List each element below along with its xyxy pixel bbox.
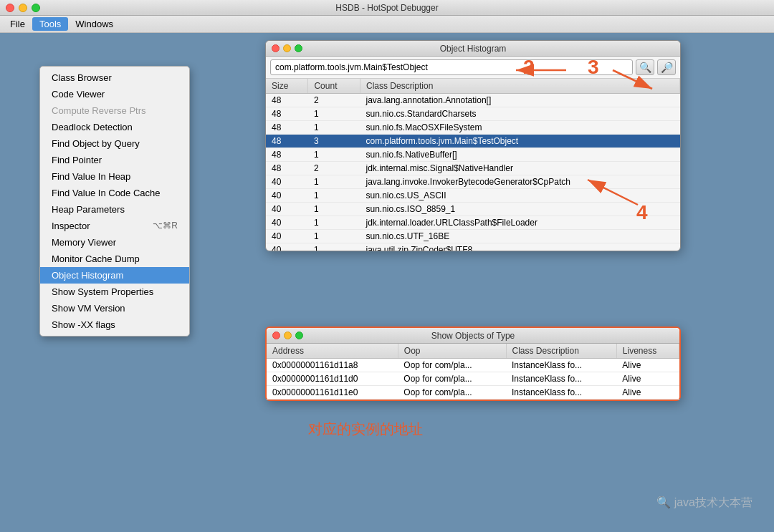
histogram-search-input[interactable] xyxy=(270,59,633,75)
menu-monitor-cache[interactable]: Monitor Cache Dump xyxy=(40,251,189,267)
cell-class: java.util.zip.ZipCoder$UTF8 xyxy=(360,243,679,251)
cell-size: 40 xyxy=(266,230,308,243)
menu-find-object[interactable]: Find Object by Query xyxy=(40,135,189,152)
col-class: Class Description xyxy=(360,79,679,94)
menu-file[interactable]: File xyxy=(3,17,32,31)
annotation-4: 4 xyxy=(636,201,648,224)
histogram-title: Object Histogram xyxy=(440,44,507,54)
annotation-3: 3 xyxy=(588,56,599,79)
menu-code-viewer[interactable]: Code Viewer xyxy=(40,86,189,102)
menu-show-system-props[interactable]: Show System Properties xyxy=(40,284,189,300)
objects-title-bar: Show Objects of Type xyxy=(267,328,679,344)
menu-find-value-code[interactable]: Find Value In Code Cache xyxy=(40,185,189,201)
cell-class: sun.nio.cs.StandardCharsets xyxy=(360,107,679,121)
search-button[interactable]: 🔍 xyxy=(636,59,654,75)
histogram-row[interactable]: 40 1 jdk.internal.loader.URLClassPath$Fi… xyxy=(266,216,680,230)
histogram-row[interactable]: 40 1 java.util.zip.ZipCoder$UTF8 xyxy=(266,243,680,251)
cell-class: com.platform.tools.jvm.Main$TestObject xyxy=(360,135,679,148)
zoom-button[interactable]: 🔎 xyxy=(657,59,676,75)
objects-table-container: Address Oop Class Description Liveness 0… xyxy=(267,344,679,400)
cell-class: sun.nio.fs.NativeBuffer[] xyxy=(360,148,679,162)
col-count: Count xyxy=(308,79,360,94)
objects-table: Address Oop Class Description Liveness 0… xyxy=(267,344,679,400)
app-title: HSDB - HotSpot Debugger xyxy=(335,3,438,13)
cell-liveness: Alive xyxy=(616,359,679,372)
cell-count: 1 xyxy=(308,216,360,230)
cell-size: 40 xyxy=(266,203,308,216)
cell-count: 2 xyxy=(308,94,360,107)
histogram-row[interactable]: 48 1 sun.nio.fs.MacOSXFileSystem xyxy=(266,121,680,135)
cell-class: java.lang.invoke.InvokerBytecodeGenerato… xyxy=(360,175,679,189)
menu-windows[interactable]: Windows xyxy=(68,17,120,31)
col-oop: Oop xyxy=(398,344,506,359)
histogram-row[interactable]: 40 1 java.lang.invoke.InvokerBytecodeGen… xyxy=(266,175,680,189)
menu-deadlock-detection[interactable]: Deadlock Detection xyxy=(40,119,189,135)
menu-heap-params[interactable]: Heap Parameters xyxy=(40,201,189,218)
col-class-desc: Class Description xyxy=(506,344,616,359)
histogram-table-scroll[interactable]: Size Count Class Description 48 2 java.l… xyxy=(266,79,680,251)
cell-count: 1 xyxy=(308,107,360,121)
title-bar: HSDB - HotSpot Debugger xyxy=(0,0,774,16)
menu-class-browser[interactable]: Class Browser xyxy=(40,69,189,86)
menu-find-value-heap[interactable]: Find Value In Heap xyxy=(40,168,189,185)
cell-size: 48 xyxy=(266,107,308,121)
cell-address: 0x00000001161d11e0 xyxy=(267,386,398,400)
cell-address: 0x00000001161d11d0 xyxy=(267,372,398,386)
cell-size: 48 xyxy=(266,121,308,135)
watermark: 🔍 java技术大本营 xyxy=(656,495,752,511)
menu-object-histogram[interactable]: Object Histogram xyxy=(40,267,189,284)
menu-show-vm-version[interactable]: Show VM Version xyxy=(40,300,189,316)
histogram-title-bar: Object Histogram xyxy=(266,41,680,57)
histogram-row[interactable]: 48 1 sun.nio.cs.StandardCharsets xyxy=(266,107,680,121)
histogram-table: Size Count Class Description 48 2 java.l… xyxy=(266,79,680,251)
menu-inspector[interactable]: Inspector ⌥⌘R xyxy=(40,218,189,234)
cell-address: 0x00000001161d11a8 xyxy=(267,359,398,372)
menu-memory-viewer[interactable]: Memory Viewer xyxy=(40,234,189,251)
annotation-2: 2 xyxy=(523,56,535,79)
cell-size: 40 xyxy=(266,216,308,230)
menu-show-xx-flags[interactable]: Show -XX flags xyxy=(40,316,189,333)
objects-traffic-lights xyxy=(272,332,303,339)
cell-size: 48 xyxy=(266,135,308,148)
col-liveness: Liveness xyxy=(616,344,679,359)
cell-count: 1 xyxy=(308,121,360,135)
histogram-row[interactable]: 40 1 sun.nio.cs.ISO_8859_1 xyxy=(266,203,680,216)
cell-size: 40 xyxy=(266,175,308,189)
menu-tools[interactable]: Tools xyxy=(32,17,68,31)
histogram-search-bar: 🔍 🔎 xyxy=(266,57,680,79)
watermark-text: java技术大本营 xyxy=(674,496,752,508)
menu-compute-reverse: Compute Reverse Ptrs xyxy=(40,102,189,119)
histogram-traffic-lights xyxy=(272,44,302,52)
histogram-close[interactable] xyxy=(272,44,280,52)
histogram-row[interactable]: 48 3 com.platform.tools.jvm.Main$TestObj… xyxy=(266,135,680,148)
histogram-row[interactable]: 40 1 sun.nio.cs.US_ASCII xyxy=(266,189,680,203)
cell-count: 1 xyxy=(308,203,360,216)
objects-row[interactable]: 0x00000001161d11d0 Oop for com/pla... In… xyxy=(267,372,679,386)
menu-find-pointer[interactable]: Find Pointer xyxy=(40,152,189,168)
cell-class: sun.nio.fs.MacOSXFileSystem xyxy=(360,121,679,135)
objects-min[interactable] xyxy=(284,332,292,339)
cell-count: 2 xyxy=(308,162,360,175)
histogram-row[interactable]: 48 2 jdk.internal.misc.Signal$NativeHand… xyxy=(266,162,680,175)
objects-title: Show Objects of Type xyxy=(431,331,515,341)
histogram-max[interactable] xyxy=(295,44,302,52)
cell-size: 40 xyxy=(266,243,308,251)
tools-dropdown: Class Browser Code Viewer Compute Revers… xyxy=(39,66,190,337)
cell-count: 1 xyxy=(308,148,360,162)
histogram-min[interactable] xyxy=(283,44,291,52)
cell-count: 1 xyxy=(308,243,360,251)
close-button[interactable] xyxy=(6,4,14,12)
cell-class: sun.nio.cs.UTF_16BE xyxy=(360,230,679,243)
histogram-row[interactable]: 48 2 java.lang.annotation.Annotation[] xyxy=(266,94,680,107)
objects-row[interactable]: 0x00000001161d11e0 Oop for com/pla... In… xyxy=(267,386,679,400)
cell-class: jdk.internal.loader.URLClassPath$FileLoa… xyxy=(360,216,679,230)
col-size: Size xyxy=(266,79,308,94)
histogram-row[interactable]: 48 1 sun.nio.fs.NativeBuffer[] xyxy=(266,148,680,162)
minimize-button[interactable] xyxy=(19,4,27,12)
objects-max[interactable] xyxy=(295,332,303,339)
objects-close[interactable] xyxy=(272,332,280,339)
histogram-row[interactable]: 40 1 sun.nio.cs.UTF_16BE xyxy=(266,230,680,243)
maximize-button[interactable] xyxy=(32,4,40,12)
objects-row[interactable]: 0x00000001161d11a8 Oop for com/pla... In… xyxy=(267,359,679,372)
col-address: Address xyxy=(267,344,398,359)
